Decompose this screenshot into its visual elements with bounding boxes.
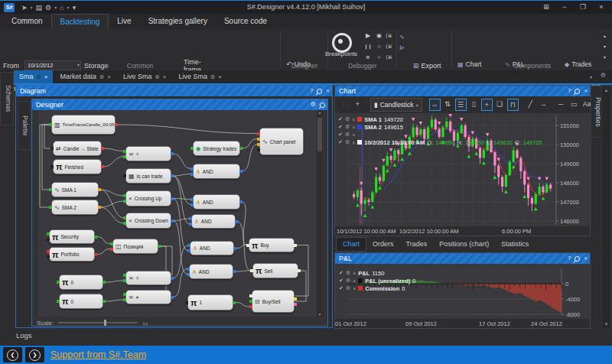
ribbon-tab-live[interactable]: Live [109,14,139,29]
visibility-check-icon[interactable]: ✓ [338,139,343,145]
input-port[interactable] [47,250,50,253]
crosshair-button[interactable]: + [481,99,493,111]
diagram-node-sma2[interactable]: ∿SMA 2 [51,200,99,215]
output-port[interactable] [171,197,174,200]
tab-settings-icon[interactable]: ⚙ [37,70,41,83]
input-port[interactable] [110,248,113,251]
app-icon[interactable]: S# [4,3,15,12]
debug-radio-icon[interactable]: ○ [377,54,381,61]
input-port[interactable] [47,255,50,258]
diagram-node-and2[interactable]: ∧AND [193,194,240,210]
output-port[interactable] [98,188,101,191]
new-area-button[interactable]: ▯ [468,99,480,111]
help-icon[interactable]: ? [568,86,571,96]
input-port[interactable] [250,269,253,272]
output-port[interactable] [233,270,236,273]
document-tab-live-sma[interactable]: Live Sma⚙× [118,70,171,83]
output-port[interactable] [294,303,297,306]
legend-gear-icon[interactable]: ⚙ [345,139,350,145]
output-port[interactable] [171,219,174,223]
input-port[interactable] [50,165,54,168]
output-port[interactable] [239,170,243,173]
output-port[interactable] [233,247,236,250]
fit-range-button[interactable]: ⇔ [429,99,441,111]
diagram-node-st[interactable]: ◆Strategy trades [193,141,240,156]
output-port[interactable] [239,200,243,203]
input-port[interactable] [187,244,190,247]
visibility-check-icon[interactable]: ✓ [339,285,343,291]
output-port[interactable] [103,281,106,284]
input-port[interactable] [57,281,60,284]
input-port[interactable] [187,273,190,276]
tab-close-icon[interactable]: × [107,70,111,83]
legend-close-icon[interactable]: × [353,278,356,284]
output-port[interactable] [239,147,243,150]
input-port[interactable] [257,148,260,151]
run-to-cursor-button[interactable]: ⊳ [399,44,405,52]
input-port[interactable] [50,147,54,150]
close-icon[interactable]: × [584,253,588,264]
chart-tab-orders[interactable]: Orders [366,238,400,251]
diagram-node-eq2[interactable]: ≍= [125,271,171,285]
output-port[interactable] [101,165,104,168]
legend-close-icon[interactable]: × [352,117,355,122]
close-icon[interactable]: × [326,86,330,96]
tab-settings-icon[interactable]: ⚙ [210,70,215,83]
designer-vertical-scrollbar[interactable]: ▲ ▼ [317,110,323,317]
input-port[interactable] [257,138,260,141]
logs-label[interactable]: Logs [16,331,32,340]
diagram-node-pf[interactable]: πPortfolio [49,247,95,262]
line-width-button[interactable]: ─ [555,99,567,111]
components-chevron-icon[interactable]: ▾ [604,43,606,50]
input-port[interactable] [257,132,260,135]
stop-button[interactable]: ■ [366,54,370,61]
components-chevron-icon[interactable]: ▾ [604,54,606,61]
diagram-node-and5[interactable]: ∧AND [189,264,233,279]
input-port[interactable] [249,305,252,308]
input-port[interactable] [185,301,188,304]
diagram-node-z1[interactable]: π0 [59,275,103,290]
debug-radio-icon[interactable]: ◉ [376,32,382,40]
diagram-canvas[interactable]: ▥TimeFrameCandle_00:05:00⇄Candle → State… [38,110,317,317]
legend-gear-icon[interactable]: ⚙ [346,285,350,291]
input-port[interactable] [57,300,60,303]
input-port[interactable] [257,143,260,146]
input-port[interactable] [47,238,50,241]
tabstrip-gear-icon[interactable]: ⚙ [601,72,606,79]
legend-close-icon[interactable]: × [353,286,356,291]
chart-panel-header[interactable]: Chart ? × [335,86,590,96]
output-port[interactable] [94,253,97,256]
gear-icon[interactable]: ⚙ [311,99,316,110]
chart-tab-chart[interactable]: Chart [336,237,366,252]
input-port[interactable] [123,194,126,197]
diagram-node-and3[interactable]: ∧AND [191,214,236,229]
sort-button[interactable]: ⇅ [442,99,454,111]
diagram-node-cp[interactable]: ∿Chart panel [259,128,304,155]
diagram-node-cd[interactable]: ×Crossing Down [125,213,171,229]
input-port[interactable] [110,242,113,245]
tab-close-icon[interactable]: × [44,70,48,83]
diagram-node-pos[interactable]: ◫Позиция [112,239,158,254]
ribbon-tab-strategies-gallery[interactable]: Strategies gallery [140,14,216,29]
diagram-node-sell[interactable]: πSell [252,263,298,278]
designer-panel-header[interactable]: Designer ⚙ [32,99,327,110]
diagram-node-tfc[interactable]: ▥TimeFrameCandle_00:05:00 [51,115,116,135]
input-port[interactable] [189,223,192,226]
input-port[interactable] [49,206,52,209]
ribbon-tab-source-code[interactable]: Source code [216,14,275,29]
diagram-node-bs[interactable]: ⊟Buy/Sell [252,290,295,313]
input-port[interactable] [190,203,194,206]
legend-close-icon[interactable]: × [352,132,355,138]
save-icon[interactable]: ▤ [36,2,43,14]
input-port[interactable] [187,268,190,271]
restore-button[interactable]: ❐ [574,1,592,14]
zoom-slider-thumb[interactable] [104,320,106,326]
legend-gear-icon[interactable]: ⚙ [346,278,350,284]
output-port[interactable] [158,245,161,248]
input-port[interactable] [123,222,126,225]
output-port[interactable] [94,236,97,239]
diagram-panel-header[interactable]: Diagram ? × [16,86,332,96]
chart-tab-positions--chart-[interactable]: Positions (chart) [433,238,495,251]
legend-gear-icon[interactable]: ⚙ [345,124,350,130]
input-port[interactable] [123,150,126,153]
